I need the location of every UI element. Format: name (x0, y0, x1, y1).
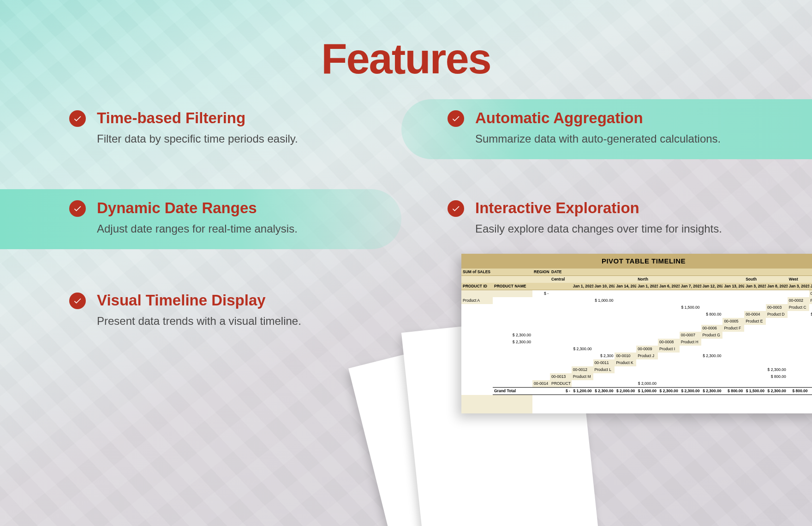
check-icon (69, 110, 86, 127)
feature-visual-timeline-display: Visual Timeline Display Present data tre… (0, 281, 401, 341)
feature-description: Present data trends with a visual timeli… (97, 314, 381, 329)
feature-automatic-aggregation: Automatic Aggregation Summarize data wit… (401, 99, 812, 159)
check-icon (448, 110, 464, 127)
pivot-table-preview: PIVOT TABLE TIMELINE SUM of SALESREGIOND… (461, 254, 812, 413)
check-icon (69, 293, 86, 309)
pivot-title: PIVOT TABLE TIMELINE (461, 254, 812, 269)
feature-title: Visual Timeline Display (97, 292, 381, 309)
feature-description: Adjust date ranges for real-time analysi… (97, 221, 381, 236)
page-title: Features (0, 35, 812, 83)
check-icon (69, 200, 86, 217)
spreadsheet-preview-stack: PIVOT TABLE TIMELINE SUM of SALESREGIOND… (422, 254, 812, 526)
feature-title: Automatic Aggregation (475, 109, 791, 127)
feature-title: Dynamic Date Ranges (97, 199, 381, 217)
feature-description: Summarize data with auto-generated calcu… (475, 132, 791, 146)
feature-interactive-exploration: Interactive Exploration Easily explore d… (401, 189, 812, 249)
feature-description: Filter data by specific time periods eas… (97, 132, 381, 146)
check-icon (448, 200, 464, 217)
feature-description: Easily explore data changes over time fo… (475, 221, 791, 236)
feature-title: Time-based Filtering (97, 109, 381, 127)
pivot-grid: SUM of SALESREGIONDATECentralNorthSouthW… (461, 269, 812, 414)
feature-time-based-filtering: Time-based Filtering Filter data by spec… (0, 99, 401, 159)
feature-title: Interactive Exploration (475, 199, 791, 217)
feature-dynamic-date-ranges: Dynamic Date Ranges Adjust date ranges f… (0, 189, 401, 249)
